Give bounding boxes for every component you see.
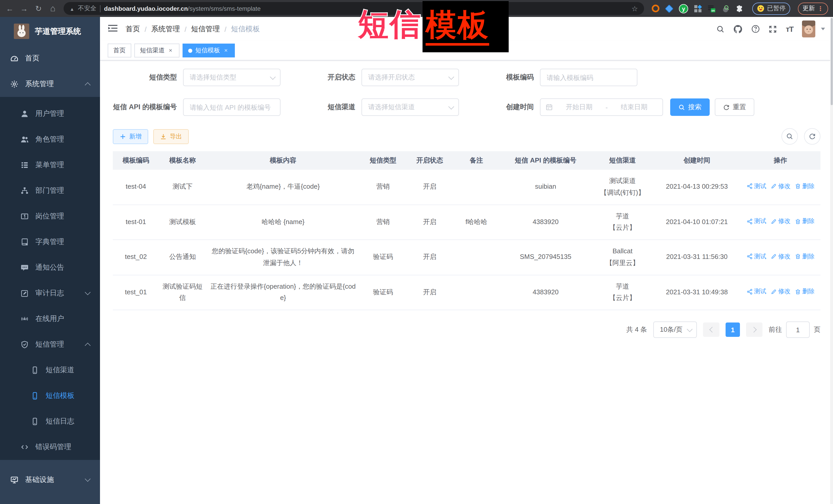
- sidebar-item-sms-channel[interactable]: 短信渠道: [0, 357, 100, 383]
- extension-y-icon[interactable]: [679, 4, 688, 13]
- test-action[interactable]: 测试: [746, 251, 766, 262]
- template-code-input[interactable]: [541, 74, 637, 81]
- sms-type-select[interactable]: 请选择短信类型: [183, 69, 281, 86]
- close-icon[interactable]: [223, 47, 229, 54]
- sidebar-item-roles[interactable]: 角色管理: [0, 127, 100, 152]
- emoji-face-icon: [757, 5, 765, 12]
- status-label: 开启状态: [281, 73, 361, 82]
- sidebar-item-audit-log[interactable]: 审计日志: [0, 281, 100, 306]
- test-action[interactable]: 测试: [746, 181, 766, 192]
- table-row: test-04 测试下 老鸡{name}，牛逼{code} 营销 开启 suib…: [113, 170, 820, 205]
- extension-ring-icon[interactable]: [651, 4, 660, 13]
- share-icon: [746, 288, 753, 294]
- test-action[interactable]: 测试: [746, 216, 766, 226]
- current-page[interactable]: 1: [725, 322, 740, 337]
- reload-icon[interactable]: [32, 2, 45, 15]
- fullscreen-icon[interactable]: [769, 25, 777, 33]
- page-url[interactable]: dashboard.yudao.iocoder.cn/system/sms/sm…: [104, 5, 261, 12]
- prev-page-button[interactable]: [703, 322, 719, 337]
- breadcrumb-system[interactable]: 系统管理: [151, 24, 180, 33]
- sidebar-item-online-users[interactable]: 在线用户: [0, 306, 100, 332]
- bookmark-star-icon[interactable]: [632, 4, 638, 13]
- sidebar-item-sms-template[interactable]: 短信模板: [0, 383, 100, 409]
- api-template-label: 短信 API 的模板编号: [113, 102, 183, 112]
- home-icon[interactable]: [46, 2, 60, 15]
- show-search-button[interactable]: [782, 128, 798, 145]
- api-template-input[interactable]: [184, 103, 280, 111]
- extension-gem-icon[interactable]: [665, 4, 673, 13]
- sidebar-item-error-codes[interactable]: 错误码管理: [0, 434, 100, 460]
- page-unit-label: 页: [814, 325, 820, 334]
- sidebar-item-sms-log[interactable]: 短信日志: [0, 409, 100, 434]
- close-icon[interactable]: [168, 47, 174, 54]
- app-logo[interactable]: 芋道管理系统: [0, 17, 100, 46]
- delete-action[interactable]: 删除: [794, 216, 814, 226]
- sidebar-item-label: 首页: [25, 54, 40, 63]
- tab-sms-channel[interactable]: 短信渠道: [134, 44, 180, 57]
- sidebar-item-notices[interactable]: 通知公告: [0, 255, 100, 281]
- search-icon[interactable]: [717, 25, 725, 33]
- edit-log-icon: [21, 289, 29, 297]
- goto-page-input[interactable]: [786, 321, 810, 338]
- delete-action[interactable]: 删除: [794, 251, 814, 262]
- tab-label: 首页: [113, 46, 126, 55]
- date-range-picker[interactable]: 开始日期 - 结束日期: [540, 98, 663, 116]
- col-header-channel: 短信渠道: [592, 151, 653, 170]
- breadcrumb-home[interactable]: 首页: [126, 24, 140, 33]
- page-content: 短信类型 请选择短信类型 开启状态 请选择开启状态 模板编码: [100, 61, 833, 504]
- forward-icon[interactable]: [18, 2, 31, 15]
- breadcrumb-sms[interactable]: 短信管理: [191, 24, 220, 33]
- app-header: 首页 / 系统管理 / 短信管理 / 短信模板: [100, 17, 833, 41]
- extension-inspector-icon[interactable]: [721, 4, 730, 13]
- address-bar[interactable]: 不安全 dashboard.yudao.iocoder.cn/system/sm…: [64, 2, 644, 15]
- sidebar-toggle-icon[interactable]: [108, 24, 117, 34]
- reset-button[interactable]: 重置: [715, 98, 754, 116]
- user-avatar[interactable]: [802, 21, 815, 38]
- window-scrollbar[interactable]: [830, 17, 833, 504]
- test-action[interactable]: 测试: [746, 286, 766, 297]
- delete-action[interactable]: 删除: [794, 181, 814, 192]
- browser-menu-icon[interactable]: [817, 5, 824, 12]
- sidebar-item-label: 菜单管理: [35, 161, 64, 170]
- breadcrumb-current: 短信模板: [231, 24, 260, 33]
- update-button[interactable]: 更新: [798, 2, 828, 15]
- edit-action[interactable]: 修改: [770, 216, 790, 226]
- back-icon[interactable]: [3, 2, 17, 15]
- channel-select[interactable]: 请选择短信渠道: [361, 98, 459, 116]
- app-window: 芋道管理系统 首页 系统管理 用户管理 角色管理: [0, 17, 833, 504]
- tab-home[interactable]: 首页: [108, 44, 131, 57]
- refresh-table-button[interactable]: [804, 128, 820, 145]
- sidebar-item-menus[interactable]: 菜单管理: [0, 152, 100, 178]
- export-button[interactable]: 导出: [153, 129, 189, 144]
- scrollbar-thumb[interactable]: [831, 18, 833, 105]
- sidebar-item-home[interactable]: 首页: [0, 46, 100, 71]
- extension-puzzle-icon[interactable]: [735, 4, 743, 13]
- sidebar-item-sms[interactable]: 短信管理: [0, 332, 100, 357]
- font-size-icon[interactable]: [786, 24, 793, 33]
- page-size-select[interactable]: 10条/页: [653, 321, 697, 338]
- col-header-name: 模板名称: [159, 151, 206, 170]
- edit-action[interactable]: 修改: [770, 181, 790, 192]
- search-button[interactable]: 搜索: [670, 98, 710, 116]
- help-icon[interactable]: [752, 25, 760, 33]
- date-separator: -: [605, 103, 608, 111]
- next-page-button[interactable]: [746, 322, 762, 337]
- extension-tabs-on-icon[interactable]: on: [708, 4, 716, 13]
- add-button[interactable]: 新增: [113, 129, 148, 144]
- sidebar-item-system[interactable]: 系统管理: [0, 71, 100, 97]
- tab-sms-template[interactable]: 短信模板: [183, 44, 235, 57]
- edit-action[interactable]: 修改: [770, 286, 790, 297]
- sidebar-item-posts[interactable]: 岗位管理: [0, 203, 100, 229]
- github-icon[interactable]: [734, 24, 743, 33]
- sidebar-item-infrastructure[interactable]: 基础设施: [0, 467, 100, 493]
- profile-paused-pill[interactable]: 已暂停: [752, 2, 790, 15]
- sidebar-item-departments[interactable]: 部门管理: [0, 178, 100, 203]
- avatar-caret-icon[interactable]: [821, 28, 825, 30]
- edit-action[interactable]: 修改: [770, 251, 790, 262]
- main-area: 首页 / 系统管理 / 短信管理 / 短信模板: [100, 17, 833, 504]
- sidebar-item-dictionary[interactable]: 字典管理: [0, 229, 100, 255]
- status-select[interactable]: 请选择开启状态: [361, 69, 459, 86]
- delete-action[interactable]: 删除: [794, 286, 814, 297]
- sidebar-item-users[interactable]: 用户管理: [0, 101, 100, 127]
- extension-grid-icon[interactable]: [694, 4, 702, 13]
